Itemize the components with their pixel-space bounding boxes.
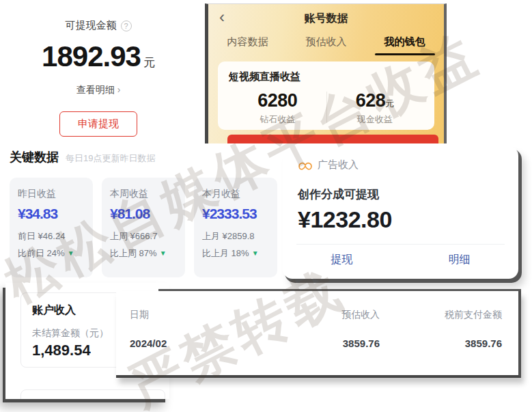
stat-change: 比上月 18% — [202, 247, 249, 260]
ad-income-card: 广告收入 创作分成可提现 ¥1232.80 提现 明细 — [283, 146, 518, 279]
apply-withdraw-button[interactable]: 申请提现 — [59, 111, 137, 137]
key-data-subtitle: 每日19点更新昨日数据 — [66, 152, 155, 165]
trend-down-icon: ▼ — [252, 250, 259, 257]
ad-income-label: 广告收入 — [318, 159, 359, 171]
cash-income-unit: 元 — [385, 98, 394, 109]
detail-action-button[interactable]: 明细 — [401, 253, 519, 267]
withdraw-panel: 可提现金额 ? 1892.93元 查看明细› 申请提现 — [0, 19, 197, 137]
key-data-title: 关键数据 — [10, 149, 59, 165]
stat-card-week: 本周收益 ¥81.08 上周 ¥666.7 比上周 87%▼ — [102, 178, 185, 277]
back-icon[interactable]: ‹ — [219, 8, 225, 27]
cash-income-value: 628 — [356, 90, 386, 111]
stat-prev: 上周 ¥666.7 — [110, 230, 177, 243]
partial-card-peek — [20, 389, 165, 399]
col-header-pretax-amount: 税前支付金额 — [380, 309, 502, 321]
withdraw-amount-unit: 元 — [143, 56, 155, 69]
stat-change: 比上周 87% — [110, 247, 157, 260]
stat-change: 比前日 24% — [18, 247, 65, 260]
view-detail-label: 查看明细 — [76, 84, 115, 95]
help-icon[interactable]: ? — [121, 20, 132, 31]
stat-label: 昨日收益 — [18, 188, 85, 200]
cell-pretax-amount: 3859.76 — [380, 338, 502, 349]
ad-income-subtitle: 创作分成可提现 — [283, 171, 518, 202]
red-button-strip[interactable] — [227, 135, 438, 143]
col-header-estimated-income: 预估收入 — [253, 309, 380, 321]
account-data-tabs: 内容数据 预估收入 我的钱包 — [208, 36, 444, 55]
income-table-header-row: 日期 预估收入 税前支付金额 — [130, 309, 502, 321]
col-header-date: 日期 — [130, 309, 253, 321]
stat-label: 本月收益 — [202, 188, 269, 200]
short-video-income-card: 短视频直播收益 6280 钻石收益 628元 现金收益 — [218, 61, 434, 130]
cash-income-label: 现金收益 — [326, 113, 424, 126]
withdraw-amount: 1892.93 — [42, 40, 141, 72]
trend-down-icon: ▼ — [68, 250, 74, 257]
cell-date: 2024/02 — [130, 338, 253, 349]
trend-down-icon: ▼ — [160, 250, 167, 257]
chevron-right-icon: › — [117, 84, 121, 95]
income-table-row: 2024/02 3859.76 3859.76 — [130, 338, 502, 349]
short-video-income-title: 短视频直播收益 — [229, 70, 423, 83]
stat-card-yesterday: 昨日收益 ¥34.83 前日 ¥46.24 比前日 24%▼ — [10, 178, 93, 277]
view-detail-link[interactable]: 查看明细› — [0, 84, 197, 96]
account-data-panel: ‹ 账号数据 内容数据 预估收入 我的钱包 短视频直播收益 6280 钻石收益 … — [205, 3, 447, 143]
tab-my-wallet[interactable]: 我的钱包 — [365, 36, 444, 55]
stat-value: ¥2333.53 — [202, 206, 269, 222]
stat-value: ¥81.08 — [110, 206, 177, 222]
stat-prev: 前日 ¥46.24 — [18, 230, 85, 243]
stat-prev: 上月 ¥2859.8 — [202, 230, 269, 243]
diamond-income-label: 钻石收益 — [229, 113, 326, 126]
diamond-income-stat: 6280 钻石收益 — [229, 90, 326, 126]
income-table-panel: 日期 预估收入 税前支付金额 2024/02 3859.76 3859.76 — [116, 291, 521, 378]
stat-card-month: 本月收益 ¥2333.53 上月 ¥2859.8 比上月 18%▼ — [194, 178, 277, 277]
tab-estimated-income[interactable]: 预估收入 — [287, 36, 365, 55]
diamond-income-value: 6280 — [257, 90, 297, 111]
stat-label: 本周收益 — [110, 188, 177, 200]
key-data-section: 关键数据 每日19点更新昨日数据 昨日收益 ¥34.83 前日 ¥46.24 比… — [10, 149, 277, 277]
stat-value: ¥34.83 — [18, 206, 85, 222]
account-data-title: 账号数据 — [208, 4, 444, 26]
cell-estimated-income: 3859.76 — [253, 338, 380, 349]
withdraw-action-button[interactable]: 提现 — [283, 253, 401, 267]
cash-income-stat: 628元 现金收益 — [326, 90, 424, 126]
tab-content-data[interactable]: 内容数据 — [208, 36, 287, 55]
withdraw-label: 可提现金额 — [66, 19, 117, 32]
ad-income-amount: ¥1232.80 — [283, 202, 518, 233]
butterfly-icon — [298, 160, 313, 170]
screenshot-collage: 松松自媒体平台收益 严禁转载 可提现金额 ? 1892.93元 查看明细› 申请… — [0, 0, 532, 412]
